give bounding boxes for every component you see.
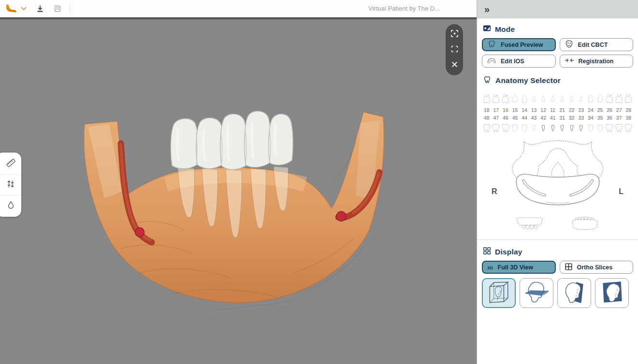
- tooth-21-number: 21: [559, 107, 565, 113]
- sagittal-slice-view-button[interactable]: [595, 278, 629, 308]
- 3d-model-mandible[interactable]: [63, 104, 392, 326]
- close-icon: [450, 60, 459, 70]
- tooth-27[interactable]: 27: [614, 90, 624, 113]
- download-button[interactable]: [34, 2, 46, 15]
- tooth-16[interactable]: 16: [501, 90, 510, 113]
- top-toolbar: Virtual Patient by The D...: [0, 0, 477, 17]
- lower-jaw-icon[interactable]: [570, 216, 600, 235]
- mode-edit-cbct-button[interactable]: Edit CBCT: [560, 38, 634, 51]
- fullscreen-icon: [450, 45, 459, 55]
- mode-edit-ios-button[interactable]: Edit IOS: [482, 55, 556, 68]
- tooth-34[interactable]: 34: [586, 115, 595, 136]
- tooth-36-icon: [606, 121, 613, 136]
- upper-jaw-icon[interactable]: [516, 216, 544, 235]
- full-3d-cube-view-button[interactable]: [482, 278, 516, 308]
- view-cube-icon: [486, 280, 512, 306]
- tooth-35[interactable]: 35: [595, 115, 605, 136]
- display-ortho-slices-button[interactable]: Ortho Slices: [560, 261, 634, 274]
- display-full-3d-view-button[interactable]: 3DFull 3D View: [482, 261, 556, 274]
- app-logo-icon: [5, 2, 17, 15]
- tooth-13[interactable]: 13: [529, 90, 539, 113]
- app-logo-menu[interactable]: [5, 2, 27, 15]
- fullscreen-button[interactable]: [448, 43, 461, 56]
- tooth-11[interactable]: 11: [548, 90, 558, 113]
- right-side-label: R: [492, 187, 497, 196]
- mode-buttons: Fused PreviewEdit CBCTEdit IOSRegistrati…: [482, 38, 633, 68]
- measure-tool-button[interactable]: [0, 154, 21, 174]
- adjust-levels-tool-button[interactable]: [0, 174, 21, 195]
- tooth-42-present[interactable]: 42: [538, 115, 548, 136]
- tooth-17[interactable]: 17: [492, 90, 501, 113]
- tooth-27-number: 27: [616, 107, 622, 113]
- display-buttons: 3DFull 3D ViewOrtho Slices: [482, 261, 633, 274]
- tooth-31-icon: [559, 121, 565, 136]
- tooth-15[interactable]: 15: [510, 90, 520, 113]
- tooth-36[interactable]: 36: [605, 115, 614, 136]
- collapse-sidebar-icon[interactable]: »: [484, 4, 490, 14]
- tooth-28[interactable]: 28: [624, 90, 633, 113]
- tooth-17-number: 17: [493, 107, 499, 113]
- display-button-label: Ortho Slices: [577, 264, 613, 271]
- lower-teeth-row: 48474645444342413132333435363738: [482, 115, 633, 136]
- tooth-42-icon: [540, 121, 546, 136]
- jaw-selector-row: [482, 216, 633, 235]
- opacity-tool-button[interactable]: [0, 195, 21, 216]
- tooth-18[interactable]: 18: [482, 90, 492, 113]
- tooth-25-icon: [597, 90, 604, 107]
- chevron-down-icon[interactable]: [20, 2, 27, 15]
- anatomy-section-header: Anatomy Selector: [483, 75, 633, 86]
- tooth-23-number: 23: [579, 107, 584, 113]
- tooth-24[interactable]: 24: [586, 90, 595, 113]
- tooth-47-number: 47: [493, 115, 499, 121]
- axial-slice-view-button[interactable]: [520, 278, 553, 308]
- anatomy-title: Anatomy Selector: [495, 76, 561, 85]
- mode-registration-button[interactable]: Registration: [560, 55, 634, 68]
- close-view-button[interactable]: [448, 59, 461, 71]
- tooth-33-present[interactable]: 33: [577, 115, 586, 136]
- tooth-32-present[interactable]: 32: [567, 115, 577, 136]
- tooth-23[interactable]: 23: [577, 90, 586, 113]
- grid-icon: [483, 247, 491, 257]
- edit-ios-icon: [487, 57, 496, 66]
- tooth-12-icon: [540, 90, 546, 107]
- tooth-12[interactable]: 12: [538, 90, 548, 113]
- tooth-15-icon: [511, 90, 518, 107]
- tooth-11-number: 11: [550, 107, 555, 113]
- tooth-26-icon: [606, 90, 613, 107]
- tooth-26[interactable]: 26: [605, 90, 614, 113]
- tooth-45[interactable]: 45: [510, 115, 520, 136]
- center-model-button[interactable]: [448, 28, 461, 41]
- tooth-22[interactable]: 22: [567, 90, 577, 113]
- coronal-slice-view-button[interactable]: [557, 278, 591, 308]
- tooth-31-present[interactable]: 31: [558, 115, 567, 136]
- tooth-38-number: 38: [625, 115, 631, 121]
- tooth-35-number: 35: [597, 115, 603, 121]
- threed-icon: 3D: [487, 264, 493, 271]
- save-button[interactable]: [51, 2, 64, 15]
- tooth-47[interactable]: 47: [492, 115, 501, 136]
- mode-fused-preview-button[interactable]: Fused Preview: [482, 38, 556, 51]
- tooth-43[interactable]: 43: [529, 115, 539, 136]
- tooth-37[interactable]: 37: [614, 115, 624, 136]
- tooth-44[interactable]: 44: [520, 115, 529, 136]
- 3d-viewport[interactable]: [0, 19, 477, 364]
- ruler-icon: [5, 157, 16, 170]
- mandible-outline[interactable]: [516, 174, 599, 205]
- tooth-21[interactable]: 21: [558, 90, 567, 113]
- left-side-label: L: [619, 187, 624, 196]
- tooth-25-number: 25: [597, 107, 603, 113]
- tooth-48[interactable]: 48: [482, 115, 492, 136]
- tooth-45-number: 45: [512, 115, 518, 121]
- tooth-38[interactable]: 38: [624, 115, 633, 136]
- tooth-25[interactable]: 25: [595, 90, 605, 113]
- tooth-46[interactable]: 46: [501, 115, 510, 136]
- view-sagittal-icon: [599, 280, 625, 306]
- tooth-41-present[interactable]: 41: [548, 115, 558, 136]
- tooth-48-icon: [483, 121, 491, 136]
- tooth-14[interactable]: 14: [520, 90, 529, 113]
- tooth-42-number: 42: [540, 115, 546, 121]
- tooth-33-icon: [578, 121, 584, 136]
- mode-button-label: Edit CBCT: [578, 42, 608, 48]
- tooth-43-icon: [531, 121, 537, 136]
- tooth-22-number: 22: [569, 107, 575, 113]
